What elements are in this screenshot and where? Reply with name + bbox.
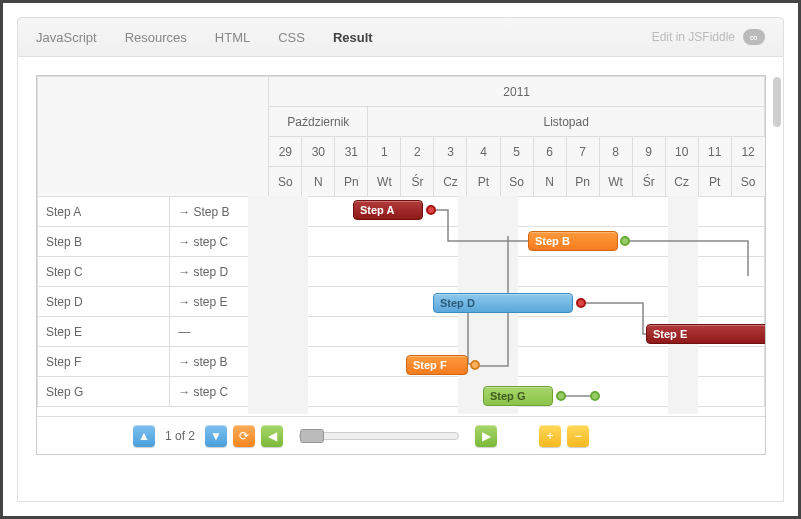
page-down-button[interactable]: ▼ (205, 425, 227, 447)
gantt-bar-step-a[interactable]: Step A (353, 200, 423, 220)
year-header: 2011 (269, 77, 765, 107)
slider-thumb[interactable] (300, 429, 324, 443)
weekend-col (278, 196, 308, 414)
weekend-col (248, 196, 278, 414)
result-pane: 2011 Październik Listopad 293031 123 456… (17, 57, 784, 502)
connector-dot (470, 360, 480, 370)
edit-link[interactable]: Edit in JSFiddle (652, 30, 735, 44)
scroll-left-button[interactable]: ◀ (261, 425, 283, 447)
refresh-button[interactable]: ⟳ (233, 425, 255, 447)
page-label: 1 of 2 (165, 429, 195, 443)
month-header-oct: Październik (269, 107, 368, 137)
cloud-icon[interactable] (743, 29, 765, 45)
gantt-bar-step-g[interactable]: Step G (483, 386, 553, 406)
tab-javascript[interactable]: JavaScript (36, 30, 97, 45)
gantt-bar-step-f[interactable]: Step F (406, 355, 468, 375)
timeline-overlay: Step A Step B Step D Step E Step F Step … (248, 196, 765, 414)
window-frame: JavaScript Resources HTML CSS Result Edi… (0, 0, 801, 519)
gantt-bar-step-b[interactable]: Step B (528, 231, 618, 251)
gantt-bar-step-d[interactable]: Step D (433, 293, 573, 313)
zoom-out-button[interactable]: − (567, 425, 589, 447)
connector-dot (590, 391, 600, 401)
gantt-chart: 2011 Październik Listopad 293031 123 456… (36, 75, 766, 455)
tab-resources[interactable]: Resources (125, 30, 187, 45)
month-header-nov: Listopad (368, 107, 765, 137)
gantt-footer: ▲ 1 of 2 ▼ ⟳ ◀ ▶ + − (37, 416, 765, 454)
zoom-in-button[interactable]: + (539, 425, 561, 447)
tab-html[interactable]: HTML (215, 30, 250, 45)
connector-dot (426, 205, 436, 215)
jsfiddle-tabs: JavaScript Resources HTML CSS Result Edi… (17, 17, 784, 57)
tab-css[interactable]: CSS (278, 30, 305, 45)
weekend-col (668, 196, 698, 414)
gantt-bar-step-e[interactable]: Step E (646, 324, 766, 344)
timeline-slider[interactable] (299, 432, 459, 440)
connector-dot (556, 391, 566, 401)
scroll-right-button[interactable]: ▶ (475, 425, 497, 447)
page-up-button[interactable]: ▲ (133, 425, 155, 447)
connector-dot (620, 236, 630, 246)
connector-dot (576, 298, 586, 308)
scrollbar-vertical[interactable] (773, 77, 781, 127)
tab-result[interactable]: Result (333, 30, 373, 45)
corner-cell (38, 77, 269, 197)
